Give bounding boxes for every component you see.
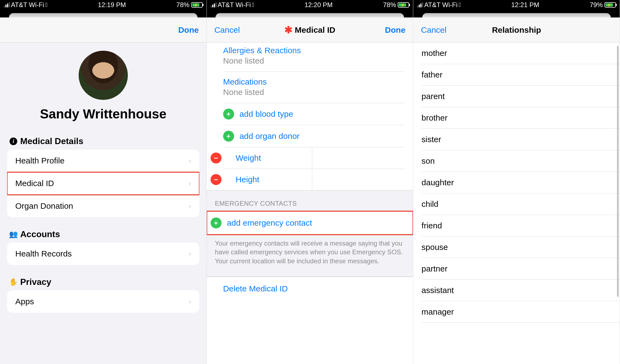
emergency-contacts-header: EMERGENCY CONTACTS	[207, 190, 413, 211]
navbar: Cancel ✱ Medical ID Done	[207, 17, 413, 43]
sheet-grabber[interactable]	[9, 13, 197, 17]
group-accounts: Health Records ›	[7, 243, 199, 265]
battery-icon: ⚡	[604, 2, 616, 8]
people-icon: 👥	[9, 230, 17, 238]
sheet-grabber[interactable]	[215, 13, 404, 17]
plus-icon[interactable]: +	[223, 109, 234, 120]
section-header-medical-details: i Medical Details	[0, 124, 206, 150]
row-health-records[interactable]: Health Records ›	[7, 243, 199, 265]
row-apps[interactable]: Apps ›	[7, 290, 199, 313]
battery-icon: ⚡	[191, 2, 203, 8]
delete-medical-id-button[interactable]: Delete Medical ID	[207, 277, 413, 300]
screen-health-profile: AT&T Wi-Fi 􀙇 12:19 PM 78% ⚡ Done Sandy W…	[0, 0, 207, 364]
cellular-signal-icon	[4, 2, 10, 7]
profile-name: Sandy Writtenhouse	[0, 106, 206, 121]
list-item[interactable]: manager	[421, 301, 620, 323]
plus-icon[interactable]: +	[211, 217, 222, 228]
group-privacy: Apps ›	[7, 290, 199, 313]
list-item[interactable]: child	[421, 193, 620, 215]
wifi-icon: 􀙇	[252, 1, 254, 8]
avatar[interactable]	[79, 51, 128, 100]
sheet-grabber-area	[413, 10, 620, 17]
status-bar: AT&T Wi-Fi 􀙇 12:20 PM 78% ⚡	[207, 0, 413, 10]
plus-icon[interactable]: +	[223, 131, 234, 142]
cancel-button[interactable]: Cancel	[421, 25, 446, 34]
list-item[interactable]: assistant	[421, 280, 620, 301]
list-item[interactable]: father	[421, 64, 620, 86]
minus-icon[interactable]: −	[211, 153, 222, 163]
done-button[interactable]: Done	[178, 25, 199, 34]
clock: 12:20 PM	[305, 1, 333, 9]
sheet-grabber[interactable]	[422, 13, 611, 17]
height-row[interactable]: − Height	[223, 169, 413, 190]
add-organ-donor-row[interactable]: + add organ donor	[236, 125, 413, 147]
list-item[interactable]: sister	[421, 129, 620, 150]
profile-header: Sandy Writtenhouse	[0, 43, 206, 124]
list-item[interactable]: parent	[421, 86, 620, 107]
list-item[interactable]: daughter	[421, 172, 620, 193]
screen-relationship-picker: AT&T Wi-Fi 􀙇 12:21 PM 79% ⚡ Cancel Relat…	[413, 0, 620, 364]
section-header-privacy: ✋ Privacy	[0, 265, 206, 290]
screen-medical-id-edit: AT&T Wi-Fi 􀙇 12:20 PM 78% ⚡ Cancel ✱ Med…	[207, 0, 414, 364]
relationship-list: mother father parent brother sister son …	[413, 43, 620, 323]
battery-pct: 79%	[590, 1, 603, 9]
chevron-right-icon: ›	[189, 250, 191, 258]
carrier-label: AT&T Wi-Fi	[11, 1, 44, 9]
nav-title: Medical ID	[295, 25, 335, 35]
navbar: Done	[0, 17, 206, 43]
cellular-signal-icon	[211, 2, 217, 7]
list-item[interactable]: mother	[421, 43, 620, 64]
nav-title: Relationship	[492, 25, 541, 35]
done-button[interactable]: Done	[385, 25, 405, 34]
carrier-label: AT&T Wi-Fi	[424, 1, 457, 9]
cellular-signal-icon	[417, 2, 423, 7]
chevron-right-icon: ›	[189, 297, 191, 306]
cancel-button[interactable]: Cancel	[214, 25, 240, 34]
emergency-contacts-section: EMERGENCY CONTACTS + add emergency conta…	[207, 190, 413, 277]
sheet-grabber-area	[0, 10, 206, 17]
allergies-value: None listed	[223, 55, 413, 71]
medical-id-star-icon: ✱	[284, 24, 293, 36]
add-emergency-contact-row[interactable]: + add emergency contact	[207, 211, 413, 235]
chevron-right-icon: ›	[189, 179, 191, 188]
chevron-right-icon: ›	[189, 202, 191, 210]
emergency-contacts-footer: Your emergency contacts will receive a m…	[207, 235, 413, 276]
wifi-icon: 􀙇	[459, 1, 461, 8]
list-item[interactable]: brother	[421, 107, 620, 129]
battery-pct: 78%	[383, 1, 396, 9]
list-item[interactable]: friend	[421, 215, 620, 237]
list-item[interactable]: son	[421, 150, 620, 172]
weight-row[interactable]: − Weight	[223, 147, 413, 169]
info-icon: i	[10, 138, 17, 145]
battery-pct: 78%	[176, 1, 190, 9]
chevron-right-icon: ›	[189, 157, 191, 165]
carrier-label: AT&T Wi-Fi	[218, 1, 251, 9]
minus-icon[interactable]: −	[211, 174, 222, 185]
scrollbar[interactable]	[617, 46, 619, 297]
wifi-icon: 􀙇	[45, 1, 48, 8]
clock: 12:19 PM	[98, 1, 126, 9]
medications-value: None listed	[223, 86, 413, 103]
clock: 12:21 PM	[511, 1, 539, 9]
status-bar: AT&T Wi-Fi 􀙇 12:21 PM 79% ⚡	[413, 0, 620, 10]
list-item[interactable]: spouse	[421, 237, 620, 258]
row-health-profile[interactable]: Health Profile ›	[7, 150, 199, 172]
group-medical-details: Health Profile › Medical ID › Organ Dona…	[7, 150, 199, 217]
medications-label[interactable]: Medications	[223, 72, 413, 86]
section-header-accounts: 👥 Accounts	[0, 217, 206, 243]
allergies-label[interactable]: Allergies & Reactions	[223, 43, 413, 55]
add-blood-type-row[interactable]: + add blood type	[236, 103, 413, 125]
hand-icon: ✋	[9, 278, 17, 286]
row-organ-donation[interactable]: Organ Donation ›	[7, 195, 199, 217]
sheet-grabber-area	[207, 10, 413, 17]
status-bar: AT&T Wi-Fi 􀙇 12:19 PM 78% ⚡	[0, 0, 206, 10]
row-medical-id[interactable]: Medical ID ›	[7, 172, 199, 195]
navbar: Cancel Relationship	[413, 17, 620, 43]
battery-icon: ⚡	[398, 2, 409, 8]
list-item[interactable]: partner	[421, 258, 620, 280]
